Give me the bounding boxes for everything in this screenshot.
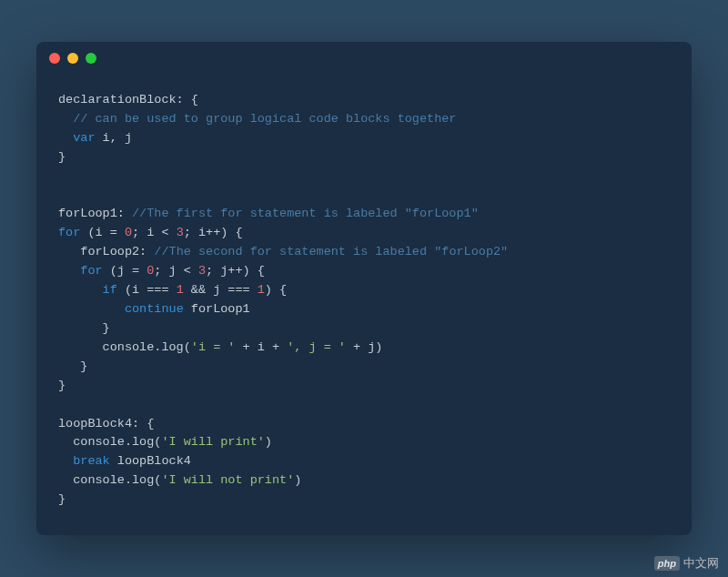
code-text: ; i < (132, 226, 177, 239)
code-text (58, 302, 125, 316)
code-number: 0 (125, 226, 132, 239)
code-text (58, 283, 103, 297)
minimize-icon[interactable] (67, 53, 78, 64)
code-text: } (58, 379, 66, 392)
code-comment: //The first for statement is labeled "fo… (132, 207, 479, 220)
code-keyword: if (103, 283, 117, 297)
code-text: (i === (117, 283, 177, 297)
code-string: 'I will print' (161, 435, 264, 449)
code-number: 1 (177, 283, 184, 297)
code-comment: //The second for statement is labeled "f… (154, 245, 508, 258)
watermark: php 中文网 (654, 555, 719, 572)
watermark-logo: php (654, 556, 680, 571)
code-keyword: for (80, 264, 102, 278)
code-text: console.log( (58, 435, 161, 449)
code-text: loopBlock4 (110, 454, 191, 468)
code-text: + j) (346, 340, 383, 354)
code-text: ) (294, 473, 301, 487)
code-text: } (58, 492, 66, 506)
code-block: declarationBlock: { // can be used to gr… (36, 75, 692, 535)
code-text: i, j (96, 131, 133, 145)
code-comment: // can be used to group logical code blo… (73, 112, 456, 126)
code-text: ) { (265, 283, 287, 297)
code-number: 3 (198, 264, 206, 278)
code-text: (i = (80, 226, 125, 239)
code-text: console.log( (58, 473, 161, 487)
close-icon[interactable] (49, 53, 60, 64)
code-text: forLoop1: (58, 207, 132, 220)
code-text (58, 264, 80, 278)
code-text: console.log( (58, 340, 191, 354)
code-string: 'I will not print' (161, 473, 294, 487)
watermark-text: 中文网 (683, 555, 719, 572)
code-keyword: continue (125, 302, 184, 316)
code-keyword: break (73, 454, 110, 468)
code-text: } (58, 359, 87, 373)
code-text: forLoop1 (184, 302, 250, 316)
code-keyword: for (58, 226, 80, 239)
code-text: ; i++) { (184, 226, 243, 239)
code-text (58, 131, 73, 145)
code-text: (j = (103, 264, 147, 278)
code-window: declarationBlock: { // can be used to gr… (36, 42, 692, 535)
code-text: ; j++) { (206, 264, 265, 278)
code-text (58, 454, 73, 468)
code-string: 'i = ' (191, 340, 236, 354)
code-text: declarationBlock: { (58, 93, 198, 106)
maximize-icon[interactable] (86, 53, 96, 64)
code-text: } (58, 321, 110, 335)
code-text: ) (265, 435, 272, 449)
code-text: } (58, 150, 66, 164)
code-text: && j === (184, 283, 258, 297)
code-text (58, 112, 73, 126)
code-text: forLoop2: (58, 245, 154, 258)
code-text: loopBlock4: { (58, 417, 154, 430)
code-text: + i + (235, 340, 287, 354)
code-text: ; j < (154, 264, 198, 278)
code-number: 3 (177, 226, 184, 239)
code-string: ', j = ' (287, 340, 346, 354)
titlebar (36, 42, 692, 75)
code-number: 1 (258, 283, 265, 297)
code-keyword: var (73, 131, 95, 145)
